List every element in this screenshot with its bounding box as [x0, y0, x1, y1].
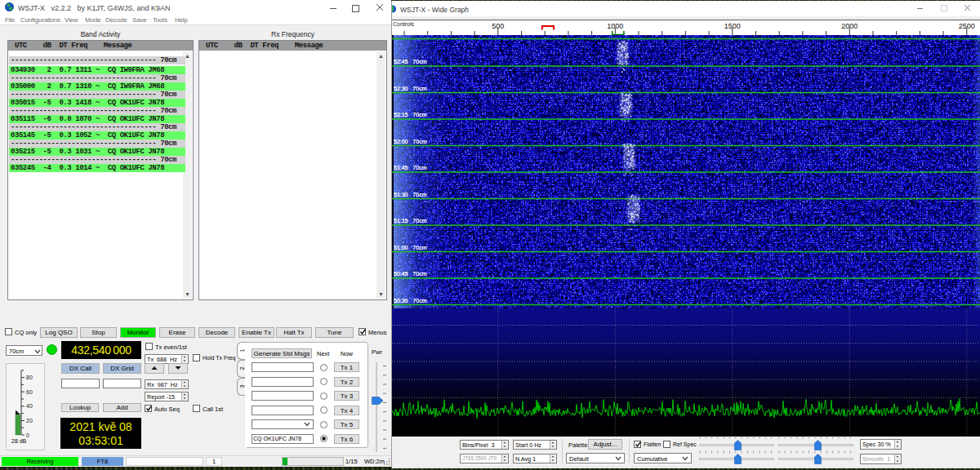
svg-text:40: 40 [26, 403, 33, 409]
svg-text:1000: 1000 [607, 22, 623, 30]
svg-text:0: 0 [26, 432, 29, 438]
svg-text:2000: 2000 [841, 22, 858, 30]
svg-text:20: 20 [26, 418, 33, 423]
svg-text:60: 60 [26, 389, 33, 395]
svg-text:80: 80 [26, 375, 33, 380]
svg-text:500: 500 [492, 22, 504, 30]
svg-text:1500: 1500 [724, 22, 741, 30]
svg-text:2500: 2500 [959, 22, 975, 30]
